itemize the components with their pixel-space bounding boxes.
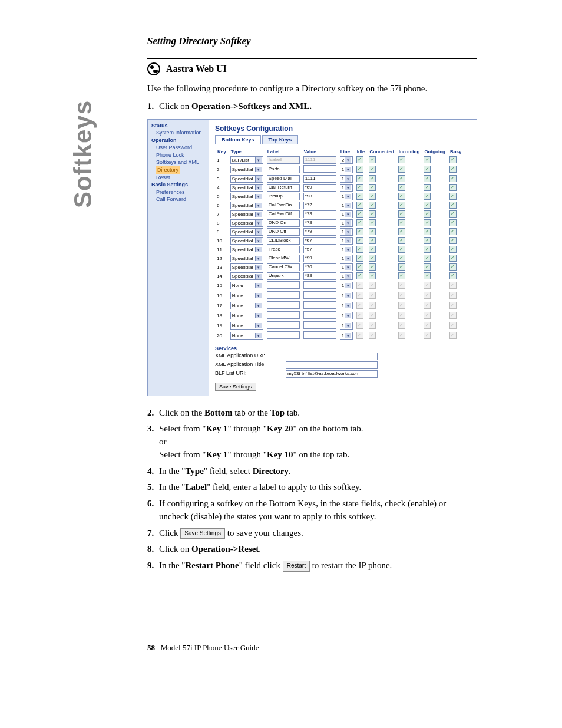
line-select[interactable]: 1▾: [340, 282, 353, 289]
connected-checkbox[interactable]: ✓: [369, 322, 376, 329]
incoming-checkbox[interactable]: ✓: [398, 322, 405, 329]
incoming-checkbox[interactable]: ✓: [398, 193, 405, 200]
line-select[interactable]: 1▾: [340, 272, 353, 280]
type-select[interactable]: None▾: [230, 302, 263, 309]
busy-checkbox[interactable]: ✓: [449, 202, 457, 209]
line-select[interactable]: 1▾: [340, 166, 353, 173]
busy-checkbox[interactable]: ✓: [449, 156, 457, 163]
incoming-checkbox[interactable]: ✓: [398, 219, 405, 226]
connected-checkbox[interactable]: ✓: [369, 193, 376, 200]
connected-checkbox[interactable]: ✓: [369, 210, 376, 218]
busy-checkbox[interactable]: ✓: [449, 272, 457, 279]
type-select[interactable]: Speeddial▾: [230, 228, 263, 236]
connected-checkbox[interactable]: ✓: [369, 202, 376, 209]
busy-checkbox[interactable]: ✓: [449, 184, 457, 191]
incoming-checkbox[interactable]: ✓: [398, 312, 405, 319]
idle-checkbox[interactable]: ✓: [356, 282, 363, 289]
value-input[interactable]: [303, 311, 336, 319]
busy-checkbox[interactable]: ✓: [449, 175, 457, 182]
label-input[interactable]: DND On: [267, 219, 300, 227]
connected-checkbox[interactable]: ✓: [369, 156, 376, 163]
type-select[interactable]: None▾: [230, 322, 263, 330]
line-select[interactable]: 1▾: [340, 332, 353, 340]
inline-save-settings-button[interactable]: Save Settings: [180, 528, 225, 539]
type-select[interactable]: None▾: [230, 332, 263, 340]
connected-checkbox[interactable]: ✓: [369, 302, 376, 309]
line-select[interactable]: 1▾: [340, 193, 353, 200]
idle-checkbox[interactable]: ✓: [356, 263, 363, 271]
connected-checkbox[interactable]: ✓: [369, 219, 376, 226]
label-input[interactable]: [267, 311, 300, 319]
type-select[interactable]: Speeddial▾: [230, 210, 263, 218]
outgoing-checkbox[interactable]: ✓: [424, 302, 431, 309]
busy-checkbox[interactable]: ✓: [449, 322, 457, 329]
value-input[interactable]: *57: [303, 246, 336, 253]
value-input[interactable]: *72: [303, 202, 336, 209]
line-select[interactable]: 1▾: [340, 228, 353, 236]
line-select[interactable]: 2▾: [340, 156, 353, 164]
line-select[interactable]: 1▾: [340, 219, 353, 227]
connected-checkbox[interactable]: ✓: [369, 263, 376, 271]
incoming-checkbox[interactable]: ✓: [398, 302, 405, 309]
outgoing-checkbox[interactable]: ✓: [424, 156, 431, 163]
idle-checkbox[interactable]: ✓: [356, 202, 363, 209]
type-select[interactable]: Speeddial▾: [230, 255, 263, 262]
connected-checkbox[interactable]: ✓: [369, 246, 376, 253]
value-input[interactable]: [303, 301, 336, 309]
line-select[interactable]: 1▾: [340, 246, 353, 253]
outgoing-checkbox[interactable]: ✓: [424, 263, 431, 271]
line-select[interactable]: 1▾: [340, 263, 353, 271]
type-select[interactable]: Speeddial▾: [230, 166, 263, 173]
connected-checkbox[interactable]: ✓: [369, 175, 376, 182]
incoming-checkbox[interactable]: ✓: [398, 272, 405, 279]
value-input[interactable]: 1111: [303, 175, 336, 183]
value-input[interactable]: *99: [303, 255, 336, 262]
busy-checkbox[interactable]: ✓: [449, 237, 457, 244]
xml-uri-input[interactable]: [286, 353, 378, 360]
value-input[interactable]: *73: [303, 210, 336, 218]
blf-uri-input[interactable]: my53i-blf-list@as.broadworks.com: [286, 370, 378, 378]
type-select[interactable]: Speeddial▾: [230, 202, 263, 209]
outgoing-checkbox[interactable]: ✓: [424, 292, 431, 299]
type-select[interactable]: Speeddial▾: [230, 184, 263, 192]
value-input[interactable]: [303, 321, 336, 329]
type-select[interactable]: Speeddial▾: [230, 237, 263, 245]
label-input[interactable]: Trace: [267, 246, 300, 253]
value-input[interactable]: *70: [303, 263, 336, 271]
busy-checkbox[interactable]: ✓: [449, 219, 457, 226]
line-select[interactable]: 1▾: [340, 292, 353, 299]
line-select[interactable]: 1▾: [340, 237, 353, 245]
value-input[interactable]: [303, 281, 336, 289]
idle-checkbox[interactable]: ✓: [356, 166, 363, 173]
value-input[interactable]: *79: [303, 228, 336, 236]
idle-checkbox[interactable]: ✓: [356, 322, 363, 329]
type-select[interactable]: Speeddial▾: [230, 175, 263, 183]
label-input[interactable]: Pickup: [267, 193, 300, 200]
incoming-checkbox[interactable]: ✓: [398, 210, 405, 218]
tab-bottom-keys[interactable]: Bottom Keys: [215, 135, 261, 144]
line-select[interactable]: 1▾: [340, 175, 353, 183]
idle-checkbox[interactable]: ✓: [356, 210, 363, 218]
line-select[interactable]: 1▾: [340, 202, 353, 209]
outgoing-checkbox[interactable]: ✓: [424, 210, 431, 218]
busy-checkbox[interactable]: ✓: [449, 166, 457, 173]
busy-checkbox[interactable]: ✓: [449, 282, 457, 289]
type-select[interactable]: BLF/List▾: [230, 156, 263, 164]
idle-checkbox[interactable]: ✓: [356, 312, 363, 319]
connected-checkbox[interactable]: ✓: [369, 312, 376, 319]
busy-checkbox[interactable]: ✓: [449, 312, 457, 319]
outgoing-checkbox[interactable]: ✓: [424, 272, 431, 279]
tab-top-keys[interactable]: Top Keys: [262, 135, 299, 144]
incoming-checkbox[interactable]: ✓: [398, 202, 405, 209]
label-input[interactable]: CLIDBlock: [267, 237, 300, 245]
label-input[interactable]: CallFwdOff: [267, 210, 300, 218]
idle-checkbox[interactable]: ✓: [356, 246, 363, 253]
outgoing-checkbox[interactable]: ✓: [424, 237, 431, 244]
outgoing-checkbox[interactable]: ✓: [424, 193, 431, 200]
idle-checkbox[interactable]: ✓: [356, 184, 363, 191]
line-select[interactable]: 1▾: [340, 184, 353, 192]
line-select[interactable]: 1▾: [340, 302, 353, 309]
value-input[interactable]: 1111: [303, 156, 336, 164]
connected-checkbox[interactable]: ✓: [369, 282, 376, 289]
type-select[interactable]: Speeddial▾: [230, 193, 263, 200]
